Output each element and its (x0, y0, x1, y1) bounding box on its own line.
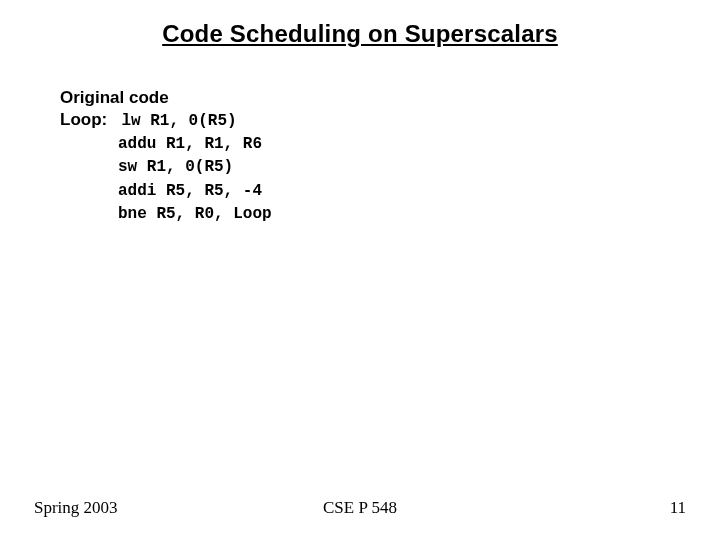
slide: Code Scheduling on Superscalars Original… (0, 0, 720, 540)
code-line-3: addi R5, R5, -4 (118, 180, 272, 203)
footer-right-page-number: 11 (670, 498, 686, 518)
slide-title: Code Scheduling on Superscalars (0, 0, 720, 48)
code-line-1: addu R1, R1, R6 (118, 133, 272, 156)
loop-first-line: Loop: lw R1, 0(R5) (60, 110, 272, 133)
label-loop: Loop: (60, 110, 121, 130)
slide-body: Original code Loop: lw R1, 0(R5) addu R1… (60, 88, 272, 226)
code-line-0: lw R1, 0(R5) (121, 110, 236, 133)
label-original-code: Original code (60, 88, 272, 108)
code-line-2: sw R1, 0(R5) (118, 156, 272, 179)
code-line-4: bne R5, R0, Loop (118, 203, 272, 226)
footer-center: CSE P 548 (0, 498, 720, 518)
